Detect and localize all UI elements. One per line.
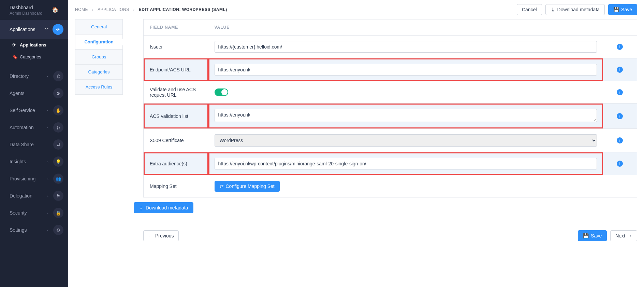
save-icon: 💾 [613, 7, 619, 12]
tab-general[interactable]: General [75, 19, 123, 35]
sidebar-item-label: Provisioning [10, 176, 35, 181]
previous-button[interactable]: ← Previous [143, 230, 179, 241]
x509-certificate-select[interactable]: WordPress [215, 134, 597, 147]
tab-groups[interactable]: Groups [75, 50, 123, 65]
sidebar-item-security[interactable]: Security ‹ 🔒 [0, 204, 68, 221]
flag-icon: ⚑ [53, 191, 63, 201]
sidebar-item-settings[interactable]: Settings ‹ ⚙ [0, 221, 68, 238]
configure-mapping-set-button[interactable]: ⇄ Configure Mapping Set [215, 181, 280, 192]
th-fieldname: Field Name [144, 19, 208, 36]
home-icon[interactable]: 🏠 [52, 6, 59, 13]
row-issuer: Issuer i [144, 36, 637, 58]
row-mapping-set: Mapping Set ⇄ Configure Mapping Set [144, 175, 637, 197]
endpoint-acs-input[interactable] [215, 64, 597, 76]
exchange-icon: ⇄ [220, 183, 224, 189]
info-icon[interactable]: i [617, 67, 623, 73]
sidebar-item-insights[interactable]: Insights ‹ 💡 [0, 153, 68, 170]
sidebar-item-datashare[interactable]: Data Share ⇄ [0, 136, 68, 153]
field-label: Extra audience(s) [144, 152, 208, 175]
info-icon[interactable]: i [617, 89, 623, 95]
chevron-left-icon: ‹ [47, 108, 48, 112]
button-label: Previous [155, 233, 174, 238]
row-extra-audiences: Extra audience(s) i [144, 152, 637, 175]
info-icon[interactable]: i [617, 113, 623, 119]
tab-categories[interactable]: Categories [75, 65, 123, 80]
lock-icon: 🔒 [53, 208, 63, 218]
sidebar-item-label: Data Share [10, 142, 34, 147]
chevron-right-icon: › [92, 8, 93, 12]
breadcrumb-current: Edit Application: WordPress (SAML) [139, 7, 227, 12]
row-x509: X509 Certificate WordPress i [144, 129, 637, 152]
sidebar-dashboard-header[interactable]: Dashboard Admin Dashboard [0, 0, 47, 17]
extra-audiences-input[interactable] [215, 158, 597, 169]
button-label: Configure Mapping Set [226, 183, 275, 189]
breadcrumb-home[interactable]: Home [75, 7, 88, 12]
topbar: Home › Applications › Edit Application: … [68, 0, 644, 19]
save-button-bottom[interactable]: 💾 Save [578, 230, 607, 241]
sidebar-sub-label: Applications [20, 42, 46, 47]
cogs-icon: ⚙ [53, 88, 63, 98]
next-button[interactable]: Next → [610, 230, 637, 241]
button-label: Download metadata [557, 7, 600, 12]
tab-accessrules[interactable]: Access Rules [75, 80, 123, 95]
download-metadata-button-bottom[interactable]: ⭳ Download metadata [134, 202, 193, 213]
save-button[interactable]: 💾 Save [608, 4, 637, 15]
chevron-left-icon: ‹ [47, 74, 48, 78]
info-icon[interactable]: i [617, 161, 623, 167]
sidebar-item-label: Self Service [10, 108, 35, 113]
sidebar-item-selfservice[interactable]: Self Service ‹ ✋ [0, 102, 68, 119]
code-icon: ⟨⟩ [53, 122, 63, 133]
breadcrumb: Home › Applications › Edit Application: … [75, 7, 227, 12]
info-icon[interactable]: i [617, 44, 623, 50]
button-label: Save [621, 7, 632, 12]
sidebar-sub-label: Categories [20, 54, 41, 59]
sidebar-item-label: Settings [10, 227, 27, 233]
chevron-left-icon: ‹ [47, 125, 48, 129]
field-label: Validate and use ACS request URL [144, 81, 208, 104]
sidebar-subitem-applications[interactable]: ✈ Applications [0, 39, 68, 51]
th-value: Value [208, 19, 603, 36]
sidebar-item-delegation[interactable]: Delegation ‹ ⚑ [0, 187, 68, 204]
field-label: Issuer [144, 36, 208, 58]
cancel-button[interactable]: Cancel [517, 4, 542, 15]
sidebar: Dashboard Admin Dashboard 🏠 Applications… [0, 0, 68, 287]
arrow-left-icon: ← [148, 233, 153, 238]
issuer-input[interactable] [215, 41, 597, 53]
row-acs-validation-list: ACS validation list https://enyoi.nl/ i [144, 104, 637, 129]
paper-plane-icon: ✈ [12, 42, 17, 47]
users-icon: 👥 [53, 174, 63, 184]
sidebar-subitem-categories[interactable]: 🔖 Categories [0, 51, 68, 63]
sidebar-item-label: Directory [10, 73, 29, 79]
sidebar-item-provisioning[interactable]: Provisioning ‹ 👥 [0, 170, 68, 187]
sidebar-item-directory[interactable]: Directory ‹ ⌬ [0, 68, 68, 85]
chevron-down-icon: ﹀ [44, 26, 49, 32]
sidebar-section-label: Applications [10, 27, 35, 32]
button-label: Save [591, 233, 602, 238]
main: Home › Applications › Edit Application: … [68, 0, 644, 287]
chevron-left-icon: ‹ [47, 211, 48, 215]
sidebar-item-label: Insights [10, 159, 26, 164]
info-icon[interactable]: i [617, 137, 623, 144]
download-metadata-button[interactable]: ⭳ Download metadata [545, 4, 605, 15]
chevron-left-icon: ‹ [47, 160, 48, 164]
breadcrumb-applications[interactable]: Applications [98, 7, 129, 12]
field-label: X509 Certificate [144, 129, 208, 152]
dashboard-title: Dashboard [10, 5, 42, 10]
tab-configuration[interactable]: Configuration [75, 35, 123, 50]
sidebar-section-applications[interactable]: Applications ﹀ ✈ [0, 20, 68, 39]
row-validate-acs: Validate and use ACS request URL i [144, 81, 637, 104]
share-icon: ⇄ [53, 139, 63, 150]
sidebar-item-label: Automation [10, 125, 34, 130]
sidebar-item-automation[interactable]: Automation ‹ ⟨⟩ [0, 119, 68, 136]
bookmark-icon: 🔖 [12, 54, 17, 59]
acs-validation-list-input[interactable]: https://enyoi.nl/ [215, 109, 597, 122]
dashboard-subtitle: Admin Dashboard [10, 11, 42, 16]
field-label: Endpoint/ACS URL [144, 58, 208, 81]
chevron-left-icon: ‹ [47, 194, 48, 198]
chevron-right-icon: › [133, 8, 135, 12]
sidebar-item-agents[interactable]: Agents ⚙ [0, 85, 68, 102]
validate-acs-toggle[interactable] [215, 88, 228, 96]
paper-plane-icon[interactable]: ✈ [53, 24, 63, 35]
button-label: Cancel [522, 7, 537, 12]
button-label: Next [615, 233, 625, 238]
